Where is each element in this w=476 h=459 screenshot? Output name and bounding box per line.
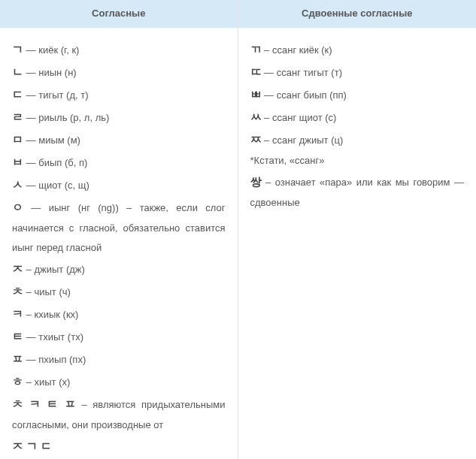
aspirated-jamo-group: ㅊ ㅋ ㅌ ㅍ [12, 397, 76, 410]
jamo-description: тхиыт (тх) [38, 331, 83, 343]
jamo-glyph: ㅂ [12, 156, 23, 168]
jamo-glyph: ㅎ [12, 375, 23, 388]
jamo-description: ссанг биып (пп) [277, 89, 347, 101]
double-consonant-row: ㅉ – ссанг джиыт (ц) [250, 128, 465, 151]
jamo-description: биып (б, п) [38, 157, 87, 168]
jamo-glyph: ㅆ [250, 110, 262, 123]
separator: – [23, 376, 34, 388]
header-double-consonants: Сдвоенные согласные [238, 0, 477, 28]
jamo-glyph: ㅃ [250, 88, 262, 101]
ssang-aside: *Кстати, «ссанг» [250, 151, 465, 171]
aspirated-base: ㅈ ㄱ ㄷ [12, 435, 226, 457]
separator: – [262, 44, 272, 56]
separator: — [262, 67, 277, 78]
consonant-row: ㅍ — пхиып (пх) [12, 348, 226, 370]
jamo-description: тигыт (д, т) [38, 89, 88, 101]
jamo-glyph: ㅈ [12, 262, 23, 275]
jamo-glyph: ㄲ [250, 43, 262, 56]
aspirated-note: ㅊ ㅋ ㅌ ㅍ – являются придыхательными согла… [12, 393, 226, 435]
separator: — [23, 331, 38, 343]
separator: – [23, 264, 34, 275]
jamo-description: джиыт (дж) [34, 264, 84, 275]
jamo-glyph: ㅌ [12, 330, 23, 343]
consonant-row: ㅎ – хиыт (х) [12, 370, 226, 393]
jamo-glyph: ㄴ [12, 65, 23, 78]
jamo-description: чиыт (ч) [34, 286, 70, 297]
separator: – [23, 309, 34, 320]
jamo-description: риыль (р, л, ль) [38, 112, 109, 123]
separator: — [23, 44, 38, 56]
content-consonants: ㄱ — киёк (г, к)ㄴ — ниын (н)ㄷ — тигыт (д,… [0, 28, 238, 459]
consonant-row: ㅊ – чиыт (ч) [12, 280, 226, 303]
consonant-row: ㄹ — риыль (р, л, ль) [12, 106, 226, 128]
jamo-description: ссанг джиыт (ц) [272, 134, 343, 146]
separator: — [23, 89, 38, 101]
double-consonant-row: ㄸ — ссанг тигыт (т) [250, 61, 465, 83]
jamo-glyph: ㅊ [12, 285, 23, 297]
consonant-row: ㅁ — миым (м) [12, 128, 226, 151]
jamo-description: пхиып (пх) [38, 354, 86, 365]
jamo-description: киёк (г, к) [38, 44, 79, 56]
consonant-row: ㅅ — щиот (с, щ) [12, 174, 226, 196]
consonants-table: Согласные ㄱ — киёк (г, к)ㄴ — ниын (н)ㄷ —… [0, 0, 476, 459]
double-consonant-row: ㅃ — ссанг биып (пп) [250, 83, 465, 106]
ssang-meaning: 쌍 – означает «пара» или как мы говорим —… [250, 171, 465, 213]
separator: — [23, 202, 49, 213]
separator: – [23, 286, 34, 297]
jamo-glyph: ㅋ [12, 307, 23, 320]
consonant-row: ㅈ – джиыт (дж) [12, 258, 226, 280]
consonant-row: ㄴ — ниын (н) [12, 61, 226, 83]
content-double-consonants: ㄲ – ссанг киёк (к)ㄸ — ссанг тигыт (т)ㅃ —… [238, 28, 477, 223]
jamo-description: щиот (с, щ) [38, 180, 89, 191]
consonant-row: ㅇ — иынг (нг (ng)) – также, если слог на… [12, 196, 226, 258]
separator: – [262, 134, 272, 146]
col-consonants: Согласные ㄱ — киёк (г, к)ㄴ — ниын (н)ㄷ —… [0, 0, 238, 459]
jamo-glyph: ㄹ [12, 110, 23, 123]
jamo-description: ссанг киёк (к) [272, 44, 332, 56]
separator: — [23, 134, 38, 146]
jamo-description: ниын (н) [38, 67, 76, 78]
jamo-glyph: ㅉ [250, 133, 262, 146]
jamo-glyph: ㅍ [12, 352, 23, 365]
consonant-row: ㄷ — тигыт (д, т) [12, 83, 226, 106]
consonant-row: ㅂ — биып (б, п) [12, 151, 226, 174]
aspirated-base-jamo: ㅈ ㄱ ㄷ [12, 439, 52, 452]
ssang-jamo: 쌍 [250, 175, 262, 188]
jamo-glyph: ㄸ [250, 65, 262, 78]
consonant-row: ㅋ – кхиык (кх) [12, 303, 226, 325]
separator: — [23, 112, 38, 123]
jamo-glyph: ㄷ [12, 88, 23, 101]
consonant-row: ㄱ — киёк (г, к) [12, 38, 226, 61]
separator: — [23, 180, 38, 191]
separator: — [262, 89, 277, 101]
jamo-description: миым (м) [38, 134, 80, 146]
jamo-glyph: ㅁ [12, 133, 23, 146]
separator: – [262, 112, 272, 123]
double-consonant-row: ㄲ – ссанг киёк (к) [250, 38, 465, 61]
jamo-description: хиыт (х) [34, 376, 70, 388]
header-consonants: Согласные [0, 0, 238, 28]
jamo-glyph: ㅅ [12, 178, 23, 191]
columns: Согласные ㄱ — киёк (г, к)ㄴ — ниын (н)ㄷ —… [0, 0, 476, 459]
jamo-description: ссанг щиот (с) [272, 112, 336, 123]
separator: — [23, 157, 38, 168]
jamo-description: ссанг тигыт (т) [277, 67, 342, 78]
double-consonant-row: ㅆ – ссанг щиот (с) [250, 106, 465, 128]
col-double-consonants: Сдвоенные согласные ㄲ – ссанг киёк (к)ㄸ … [238, 0, 477, 459]
separator: — [23, 67, 38, 78]
consonant-row: ㅌ — тхиыт (тх) [12, 325, 226, 348]
jamo-glyph: ㄱ [12, 43, 23, 56]
jamo-description: кхиык (кх) [34, 309, 78, 320]
separator: — [23, 354, 38, 365]
ssang-meaning-text: – означает «пара» или как мы говорим — с… [250, 177, 465, 208]
jamo-glyph: ㅇ [12, 201, 23, 213]
